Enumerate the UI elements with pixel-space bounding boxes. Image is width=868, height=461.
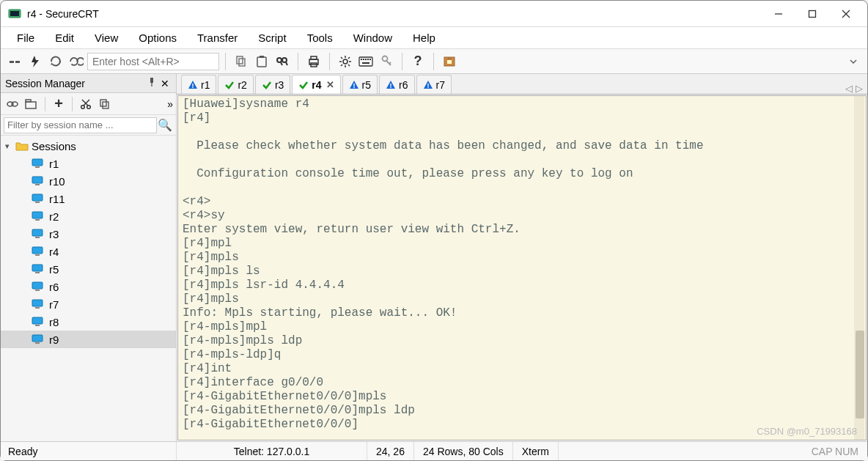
session-item-r8[interactable]: r8 <box>1 313 176 331</box>
reconnect-all-icon[interactable] <box>67 52 86 71</box>
menu-tools[interactable]: Tools <box>297 29 343 46</box>
quick-connect-icon[interactable] <box>26 52 45 71</box>
pin-icon[interactable] <box>145 77 158 89</box>
session-item-r11[interactable]: r11 <box>1 190 176 207</box>
session-item-label: r1 <box>49 158 59 170</box>
maximize-button[interactable] <box>795 2 829 26</box>
tab-close-icon[interactable]: ✕ <box>326 79 334 90</box>
session-item-r10[interactable]: r10 <box>1 172 176 190</box>
menu-transfer[interactable]: Transfer <box>187 29 248 46</box>
panel-close-icon[interactable]: ✕ <box>158 78 172 89</box>
print-icon[interactable] <box>304 52 323 71</box>
menu-edit[interactable]: Edit <box>45 29 84 46</box>
svg-rect-3 <box>809 10 816 17</box>
monitor-icon <box>32 334 45 344</box>
session-item-label: r4 <box>49 246 59 258</box>
tab-r1[interactable]: !r1 <box>181 75 216 94</box>
svg-line-26 <box>341 64 342 66</box>
tab-r7[interactable]: !r7 <box>416 75 452 94</box>
toolbar-overflow-icon[interactable] <box>844 52 863 71</box>
monitor-icon <box>32 158 45 169</box>
menu-script[interactable]: Script <box>248 29 296 46</box>
tab-label: r1 <box>201 79 210 91</box>
tab-r4[interactable]: r4✕ <box>292 75 340 94</box>
warning-icon: ! <box>349 80 359 90</box>
session-item-r1[interactable]: r1 <box>1 155 176 172</box>
session-item-r9[interactable]: r9 <box>1 331 176 348</box>
session-item-label: r11 <box>49 193 65 205</box>
connect-icon[interactable] <box>5 52 24 71</box>
check-icon <box>224 80 235 90</box>
status-ready: Ready <box>1 442 177 460</box>
key-icon[interactable] <box>377 52 396 71</box>
sm-new-tab-icon[interactable] <box>23 95 40 113</box>
svg-text:!: ! <box>427 82 429 89</box>
svg-rect-6 <box>10 61 14 63</box>
menu-file[interactable]: File <box>7 29 45 46</box>
tab-scroll-right-icon[interactable]: ▷ <box>856 83 863 94</box>
sm-add-icon[interactable]: + <box>50 95 67 113</box>
titlebar: r4 - SecureCRT <box>1 1 867 27</box>
menu-options[interactable]: Options <box>128 29 187 46</box>
tree-root-sessions[interactable]: ▾Sessions <box>1 137 176 155</box>
svg-rect-63 <box>35 254 40 256</box>
session-manager-toolbar: + » <box>1 93 176 115</box>
svg-rect-64 <box>32 265 43 271</box>
session-item-r3[interactable]: r3 <box>1 225 176 243</box>
session-tree[interactable]: ▾Sessionsr1r10r11r2r3r4r5r6r7r8r9 <box>1 136 176 441</box>
paste-icon[interactable] <box>252 52 271 71</box>
svg-rect-62 <box>32 247 43 254</box>
reconnect-icon[interactable] <box>46 52 65 71</box>
vertical-scrollbar[interactable] <box>854 96 864 440</box>
sm-cut-icon[interactable] <box>77 95 95 113</box>
monitor-icon <box>32 193 45 204</box>
session-item-r4[interactable]: r4 <box>1 243 176 260</box>
scrollbar-thumb[interactable] <box>856 331 864 418</box>
session-filter-input[interactable] <box>4 117 157 133</box>
menu-window[interactable]: Window <box>343 29 402 46</box>
svg-rect-67 <box>35 289 40 291</box>
session-tabs: !r1r2r3r4✕!r5!r6!r7◁▷ <box>177 74 867 95</box>
tab-r3[interactable]: r3 <box>255 75 290 94</box>
tree-root-label: Sessions <box>32 140 76 152</box>
svg-rect-28 <box>359 57 372 66</box>
svg-line-37 <box>389 62 391 64</box>
terminal[interactable]: [Huawei]sysname r4 [r4] Please check whe… <box>177 95 867 440</box>
tab-r5[interactable]: !r5 <box>342 75 378 94</box>
sm-overflow-icon[interactable]: » <box>167 98 173 110</box>
monitor-icon <box>32 176 45 186</box>
svg-line-15 <box>286 62 287 65</box>
session-item-r2[interactable]: r2 <box>1 207 176 225</box>
find-icon[interactable] <box>273 52 292 71</box>
menu-help[interactable]: Help <box>402 29 446 46</box>
close-button[interactable] <box>829 2 863 26</box>
session-item-label: r10 <box>49 175 65 188</box>
svg-rect-54 <box>32 177 43 183</box>
sm-copy-icon[interactable] <box>96 95 114 113</box>
session-item-r5[interactable]: r5 <box>1 260 176 278</box>
search-icon[interactable]: 🔍 <box>157 118 173 132</box>
menu-view[interactable]: View <box>84 29 128 46</box>
help-icon[interactable]: ? <box>408 52 427 71</box>
lock-icon[interactable] <box>440 52 459 71</box>
svg-rect-31 <box>365 59 367 60</box>
svg-rect-56 <box>32 194 43 201</box>
tab-scroll-left-icon[interactable]: ◁ <box>845 83 853 94</box>
settings-icon[interactable] <box>336 52 355 71</box>
copy-icon[interactable] <box>232 52 251 71</box>
tab-label: r4 <box>312 79 321 91</box>
svg-line-25 <box>348 64 350 66</box>
monitor-icon <box>32 229 45 239</box>
session-item-r6[interactable]: r6 <box>1 278 176 295</box>
session-item-r7[interactable]: r7 <box>1 295 176 313</box>
svg-rect-55 <box>35 184 40 185</box>
minimize-button[interactable] <box>762 2 795 26</box>
keyboard-icon[interactable] <box>356 52 375 71</box>
terminal-output: [Huawei]sysname r4 [r4] Please check whe… <box>178 96 866 433</box>
sm-connect-icon[interactable] <box>4 95 21 113</box>
svg-rect-39 <box>447 60 452 64</box>
host-input[interactable] <box>87 53 219 70</box>
tab-r6[interactable]: !r6 <box>379 75 414 94</box>
tab-r2[interactable]: r2 <box>218 75 253 94</box>
chevron-down-icon[interactable]: ▾ <box>5 141 15 151</box>
